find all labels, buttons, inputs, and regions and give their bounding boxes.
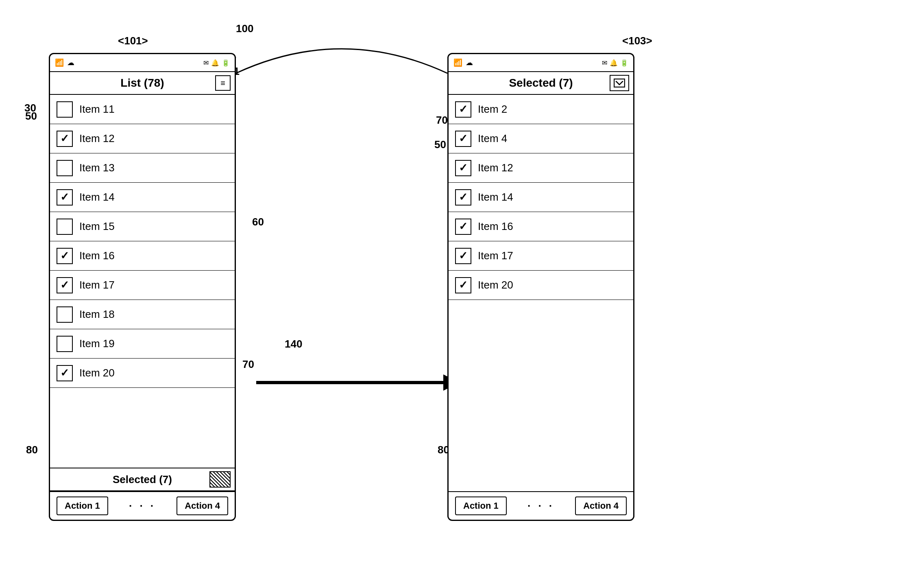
- left-selected-label: Selected (7): [113, 473, 172, 486]
- item-label-12: Item 12: [79, 132, 115, 145]
- right-item-label-17: Item 17: [478, 249, 513, 262]
- right-phone-frame: 📶 ☁ ✉ 🔔 🔋 Selected (7) ✓ Item: [447, 53, 634, 521]
- svg-rect-4: [614, 79, 625, 87]
- wifi-icon-right: ☁: [466, 58, 473, 67]
- checkbox-13[interactable]: [57, 160, 73, 176]
- list-item-13[interactable]: Item 13: [50, 153, 235, 183]
- ref-80-left-label: 80: [26, 444, 38, 456]
- ref-140-label: 140: [285, 338, 302, 350]
- ref-50-right-label: 50: [434, 138, 446, 151]
- right-checkbox-14[interactable]: ✓: [455, 189, 471, 206]
- item-label-11: Item 11: [79, 103, 115, 116]
- left-action-bar: Action 1 · · · Action 4: [50, 491, 235, 520]
- signal-icon-left: 📶: [55, 58, 64, 67]
- left-dots: · · ·: [129, 500, 156, 512]
- battery-icon-left: 🔋: [222, 59, 230, 67]
- checkbox-12[interactable]: ✓: [57, 131, 73, 147]
- right-list-item-2[interactable]: ✓ Item 2: [449, 95, 633, 124]
- ref-101-label: <101>: [118, 35, 148, 47]
- list-item-12[interactable]: ✓ Item 12: [50, 124, 235, 153]
- item-label-16: Item 16: [79, 249, 115, 262]
- right-item-label-14: Item 14: [478, 191, 513, 203]
- right-checkbox-16[interactable]: ✓: [455, 219, 471, 235]
- email-icon-left: ✉: [203, 59, 209, 67]
- item-label-13: Item 13: [79, 162, 115, 174]
- right-action1-button[interactable]: Action 1: [455, 497, 507, 515]
- checkbox-17[interactable]: ✓: [57, 277, 73, 293]
- ref-103-label: <103>: [622, 35, 652, 47]
- ref-60-label: 60: [252, 216, 264, 228]
- right-item-label-20: Item 20: [478, 279, 513, 291]
- left-status-left: 📶 ☁: [55, 58, 74, 67]
- ref-50-left-label: 50: [25, 110, 37, 122]
- left-status-bar: 📶 ☁ ✉ 🔔 🔋: [50, 54, 235, 72]
- checkbox-18[interactable]: [57, 306, 73, 323]
- left-header-icon[interactable]: ≡: [215, 75, 231, 91]
- right-checkbox-2[interactable]: ✓: [455, 101, 471, 118]
- left-header-bar: List (78) ≡: [50, 72, 235, 95]
- right-list-area: ✓ Item 2 ✓ Item 4 ✓ Item 12 ✓ Item 14 ✓ …: [449, 95, 633, 491]
- checkbox-19[interactable]: [57, 336, 73, 352]
- left-selected-bar: Selected (7): [50, 468, 235, 491]
- right-item-label-2: Item 2: [478, 103, 507, 116]
- checkbox-20[interactable]: ✓: [57, 365, 73, 381]
- email-icon-right: ✉: [602, 59, 607, 67]
- left-action1-button[interactable]: Action 1: [57, 497, 108, 515]
- right-item-label-12: Item 12: [478, 162, 513, 174]
- right-list-item-16[interactable]: ✓ Item 16: [449, 212, 633, 241]
- checkbox-11[interactable]: [57, 101, 73, 118]
- list-item-15[interactable]: Item 15: [50, 212, 235, 241]
- battery-icon-right: 🔋: [620, 59, 628, 67]
- item-label-14: Item 14: [79, 191, 115, 203]
- right-status-left: 📶 ☁: [453, 58, 473, 67]
- checkbox-16[interactable]: ✓: [57, 248, 73, 264]
- right-action-bar: Action 1 · · · Action 4: [449, 491, 633, 520]
- right-list-item-14[interactable]: ✓ Item 14: [449, 183, 633, 212]
- left-list-area: Item 11 ✓ Item 12 Item 13 ✓ Item 14 Item…: [50, 95, 235, 468]
- volume-icon-right: 🔔: [610, 59, 618, 67]
- item-label-15: Item 15: [79, 220, 115, 233]
- list-item-11[interactable]: Item 11: [50, 95, 235, 124]
- right-header-title: Selected (7): [509, 77, 573, 90]
- right-status-right: ✉ 🔔 🔋: [602, 59, 628, 67]
- list-item-19[interactable]: Item 19: [50, 329, 235, 359]
- ref-70-left-label: 70: [242, 358, 254, 371]
- item-label-17: Item 17: [79, 279, 115, 291]
- right-list-item-20[interactable]: ✓ Item 20: [449, 271, 633, 300]
- right-checkbox-17[interactable]: ✓: [455, 248, 471, 264]
- ref-100-label: 100: [236, 22, 253, 35]
- left-header-title: List (78): [120, 77, 164, 90]
- list-item-14[interactable]: ✓ Item 14: [50, 183, 235, 212]
- list-item-16[interactable]: ✓ Item 16: [50, 241, 235, 271]
- right-item-label-16: Item 16: [478, 220, 513, 233]
- checkbox-14[interactable]: ✓: [57, 189, 73, 206]
- right-checkbox-20[interactable]: ✓: [455, 277, 471, 293]
- item-label-18: Item 18: [79, 308, 115, 321]
- list-item-17[interactable]: ✓ Item 17: [50, 271, 235, 300]
- signal-icon-right: 📶: [453, 58, 462, 67]
- right-item-label-4: Item 4: [478, 132, 507, 145]
- left-phone-frame: 📶 ☁ ✉ 🔔 🔋 List (78) ≡ Item 11 ✓ Item 12: [49, 53, 236, 521]
- right-action4-button[interactable]: Action 4: [575, 497, 627, 515]
- selected-icon[interactable]: [209, 471, 231, 488]
- right-dots: · · ·: [527, 500, 554, 512]
- right-header-bar: Selected (7): [449, 72, 633, 95]
- right-checkbox-4[interactable]: ✓: [455, 131, 471, 147]
- volume-icon-left: 🔔: [211, 59, 219, 67]
- list-item-20[interactable]: ✓ Item 20: [50, 359, 235, 388]
- left-action4-button[interactable]: Action 4: [177, 497, 228, 515]
- wifi-icon-left: ☁: [67, 58, 74, 67]
- right-checkbox-12[interactable]: ✓: [455, 160, 471, 176]
- checkbox-15[interactable]: [57, 219, 73, 235]
- dropdown-button[interactable]: [610, 75, 629, 91]
- right-list-item-4[interactable]: ✓ Item 4: [449, 124, 633, 153]
- item-label-19: Item 19: [79, 337, 115, 350]
- list-item-18[interactable]: Item 18: [50, 300, 235, 329]
- left-status-right: ✉ 🔔 🔋: [203, 59, 230, 67]
- right-status-bar: 📶 ☁ ✉ 🔔 🔋: [449, 54, 633, 72]
- right-list-item-12[interactable]: ✓ Item 12: [449, 153, 633, 183]
- right-list-item-17[interactable]: ✓ Item 17: [449, 241, 633, 271]
- item-label-20: Item 20: [79, 367, 115, 379]
- ref-70-right-label: 70: [436, 114, 448, 127]
